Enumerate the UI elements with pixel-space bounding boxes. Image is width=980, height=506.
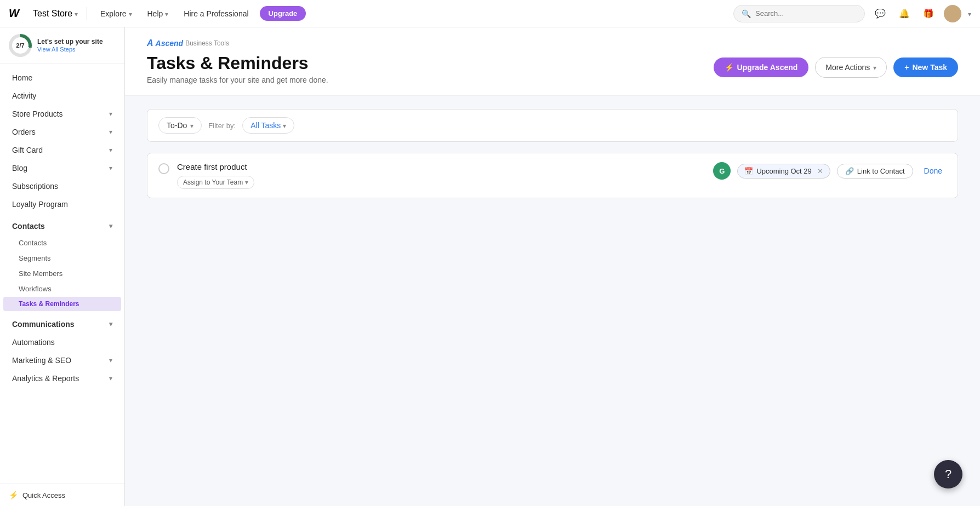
notifications-button[interactable] xyxy=(896,5,913,22)
sidebar-item-activity[interactable]: Activity xyxy=(3,87,121,105)
task-body: Create first product Assign to Your Team xyxy=(177,162,705,189)
sidebar-item-analytics[interactable]: Analytics & Reports xyxy=(3,370,121,387)
page-title-area: Tasks & Reminders Easily manage tasks fo… xyxy=(147,53,958,84)
page-title: Tasks & Reminders xyxy=(147,53,328,73)
header-actions: ⚡ Upgrade Ascend More Actions + New Task xyxy=(714,57,958,78)
marketing-chevron-icon xyxy=(109,357,112,364)
contacts-chevron-icon xyxy=(109,222,112,230)
search-icon xyxy=(742,9,751,19)
sidebar-item-workflows[interactable]: Workflows xyxy=(3,281,121,296)
upcoming-date-badge[interactable]: 📅 Upcoming Oct 29 ✕ xyxy=(737,164,830,179)
hire-professional-link[interactable]: Hire a Professional xyxy=(179,7,253,20)
sidebar-item-home[interactable]: Home xyxy=(3,69,121,87)
gift-icon xyxy=(923,8,934,19)
setup-text: Let's set up your site View All Steps xyxy=(37,38,103,53)
sidebar-item-store-products[interactable]: Store Products xyxy=(3,105,121,123)
task-row: Create first product Assign to Your Team… xyxy=(147,153,958,198)
svg-text:W: W xyxy=(9,8,20,19)
ascend-brand: A Ascend Business Tools xyxy=(147,38,958,48)
search-input[interactable] xyxy=(755,9,857,18)
sidebar-nav: Home Activity Store Products Orders Gift… xyxy=(0,64,124,484)
new-task-button[interactable]: + New Task xyxy=(893,58,958,77)
all-tasks-filter-dropdown[interactable]: All Tasks xyxy=(242,117,294,134)
more-actions-button[interactable]: More Actions xyxy=(815,57,887,78)
sidebar-item-blog[interactable]: Blog xyxy=(3,159,121,177)
communications-chevron-icon xyxy=(109,320,112,328)
todo-filter-dropdown[interactable]: To-Do xyxy=(158,117,202,134)
chat-icon xyxy=(875,8,886,19)
sidebar-item-gift-card[interactable]: Gift Card xyxy=(3,141,121,159)
analytics-chevron-icon xyxy=(109,375,112,382)
lightning-icon: ⚡ xyxy=(725,63,734,72)
store-products-chevron-icon xyxy=(109,110,112,118)
orders-chevron-icon xyxy=(109,128,112,136)
sidebar-item-automations[interactable]: Automations xyxy=(3,334,121,351)
store-name-label: Test Store xyxy=(33,9,72,19)
search-box[interactable] xyxy=(733,5,865,22)
task-area: To-Do Filter by: All Tasks Create first … xyxy=(125,96,980,211)
sidebar-item-orders[interactable]: Orders xyxy=(3,123,121,141)
wix-logo-area: W Test Store xyxy=(9,8,78,20)
main-content: A Ascend Business Tools Tasks & Reminder… xyxy=(125,27,980,506)
help-fab-button[interactable]: ? xyxy=(934,460,962,488)
nav-separator xyxy=(87,7,87,20)
ascend-header: A Ascend Business Tools Tasks & Reminder… xyxy=(125,27,980,96)
view-all-steps-link[interactable]: View All Steps xyxy=(37,46,76,53)
upgrade-ascend-button[interactable]: ⚡ Upgrade Ascend xyxy=(714,58,809,77)
progress-fraction: 2/7 xyxy=(12,37,29,54)
explore-chevron-icon xyxy=(129,9,132,18)
sidebar-item-contacts-section[interactable]: Contacts xyxy=(3,217,121,235)
wix-logo-icon: W xyxy=(9,8,29,20)
ascend-logo: A Ascend Business Tools xyxy=(147,38,229,48)
sidebar-item-subscriptions[interactable]: Subscriptions xyxy=(3,177,121,195)
page-title-block: Tasks & Reminders Easily manage tasks fo… xyxy=(147,53,328,84)
plus-icon: + xyxy=(904,63,909,72)
chat-icon-button[interactable] xyxy=(871,5,889,22)
filter-by-label: Filter by: xyxy=(208,122,236,130)
calendar-icon: 📅 xyxy=(744,167,753,175)
gift-button[interactable] xyxy=(920,5,937,22)
task-meta: G 📅 Upcoming Oct 29 ✕ 🔗 Link to Contact … xyxy=(713,162,947,180)
all-tasks-chevron-icon xyxy=(283,121,286,130)
explore-menu[interactable]: Explore xyxy=(96,7,136,20)
sidebar-item-contacts[interactable]: Contacts xyxy=(3,235,121,250)
gift-card-chevron-icon xyxy=(109,146,112,154)
task-checkbox[interactable] xyxy=(158,163,169,174)
setup-progress[interactable]: 2/7 Let's set up your site View All Step… xyxy=(0,27,124,64)
sidebar-item-site-members[interactable]: Site Members xyxy=(3,266,121,281)
avatar[interactable] xyxy=(944,5,961,22)
quick-access-icon: ⚡ xyxy=(9,491,18,499)
sidebar-item-tasks-reminders[interactable]: Tasks & Reminders xyxy=(3,297,121,311)
task-name: Create first product xyxy=(177,162,705,171)
help-menu[interactable]: Help xyxy=(143,7,173,20)
top-navigation: W Test Store Explore Help Hire a Profess… xyxy=(0,0,980,27)
avatar-chevron-icon xyxy=(968,9,971,19)
assign-to-team-button[interactable]: Assign to Your Team xyxy=(177,176,254,189)
blog-chevron-icon xyxy=(109,164,112,172)
sidebar-item-marketing-seo[interactable]: Marketing & SEO xyxy=(3,352,121,369)
assignee-avatar: G xyxy=(713,162,731,180)
sidebar-item-segments[interactable]: Segments xyxy=(3,251,121,266)
sidebar-item-communications[interactable]: Communications xyxy=(3,315,121,333)
upgrade-button[interactable]: Upgrade xyxy=(260,6,306,21)
main-layout: 2/7 Let's set up your site View All Step… xyxy=(0,27,980,506)
todo-chevron-icon xyxy=(190,121,193,130)
store-name-dropdown[interactable]: Test Store xyxy=(33,9,78,19)
topnav-right-section xyxy=(733,5,971,22)
sidebar: 2/7 Let's set up your site View All Step… xyxy=(0,27,125,506)
link-to-contact-button[interactable]: 🔗 Link to Contact xyxy=(837,164,913,179)
quick-access-button[interactable]: ⚡ Quick Access xyxy=(0,484,124,506)
more-actions-chevron-icon xyxy=(873,63,876,72)
done-button[interactable]: Done xyxy=(920,164,947,177)
sidebar-item-loyalty-program[interactable]: Loyalty Program xyxy=(3,196,121,213)
store-name-chevron-icon xyxy=(75,9,78,19)
bell-icon xyxy=(899,8,910,19)
link-icon: 🔗 xyxy=(845,167,854,175)
progress-circle: 2/7 xyxy=(9,34,32,57)
remove-date-icon[interactable]: ✕ xyxy=(817,167,823,175)
help-chevron-icon xyxy=(165,9,168,18)
page-subtitle: Easily manage tasks for your site and ge… xyxy=(147,76,328,84)
assign-chevron-icon xyxy=(245,179,248,186)
task-filters: To-Do Filter by: All Tasks xyxy=(147,109,958,142)
